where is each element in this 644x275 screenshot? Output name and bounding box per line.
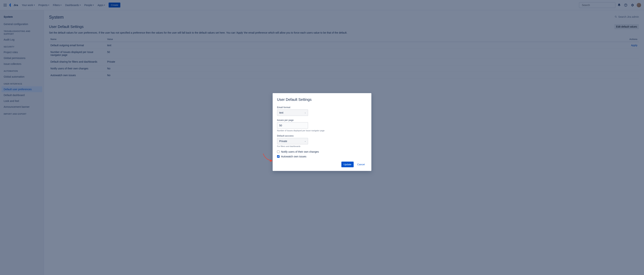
email-format-label: Email format [277,106,367,109]
chevron-down-icon: ⌄ [304,140,306,142]
notify-checkbox-row[interactable]: Notify users of their own changes [277,150,367,153]
autowatch-checkbox[interactable] [277,155,280,158]
issues-per-page-value: 50 [279,124,282,127]
user-default-settings-dialog: User Default Settings Email format text … [273,93,371,171]
notify-checkbox[interactable] [277,150,280,153]
autowatch-label: Autowatch own issues [281,155,306,158]
autowatch-checkbox-row[interactable]: Autowatch own issues [277,155,367,158]
notify-label: Notify users of their own changes [281,150,319,153]
default-access-label: Default acccess [277,135,367,137]
email-format-value: text [279,111,284,114]
issues-per-page-input[interactable]: 50 [277,122,308,129]
update-button[interactable]: Update [342,162,354,167]
default-access-select[interactable]: Private ⌄ [277,138,308,144]
chevron-down-icon: ⌄ [304,112,306,114]
issues-per-page-help: Number of Issues displayed per Issue nav… [277,129,367,132]
dialog-title: User Default Settings [277,97,367,102]
cancel-button[interactable]: Cancel [355,162,367,167]
default-access-value: Private [279,140,287,143]
default-access-help: For filters and dashboards [277,145,367,147]
issues-per-page-label: Issues per page [277,119,367,121]
email-format-select[interactable]: text ⌄ [277,109,308,116]
